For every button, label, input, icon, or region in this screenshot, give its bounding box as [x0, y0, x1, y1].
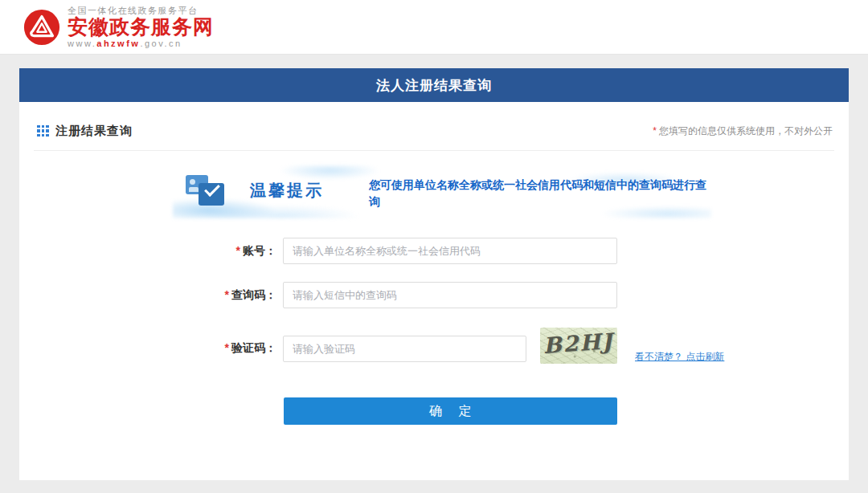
page-title: 法人注册结果查询	[376, 76, 492, 95]
query-code-label-text: 查询码：	[231, 288, 276, 301]
query-form: *账号： *查询码： *验证码： B2HJ 看不清楚？ 点击刷新 确 定	[19, 238, 849, 425]
captcha-refresh-link[interactable]: 看不清楚？ 点击刷新	[635, 350, 724, 364]
grid-dots-icon	[37, 125, 49, 137]
main-card: 法人注册结果查询 注册结果查询 *您填写的信息仅供系统使用，不对外公开 温馨提示…	[19, 68, 849, 480]
required-asterisk: *	[225, 288, 229, 301]
tip-heading: 温馨提示	[250, 180, 324, 202]
brand-logo-icon	[23, 8, 61, 47]
site-url-suffix: .gov.cn	[140, 39, 182, 48]
platform-label: 全国一体化在线政务服务平台	[68, 6, 214, 15]
submit-button[interactable]: 确 定	[284, 397, 617, 425]
required-asterisk: *	[653, 125, 657, 136]
account-label-text: 账号：	[243, 244, 276, 257]
account-label: *账号：	[19, 244, 283, 259]
section-title-group: 注册结果查询	[37, 124, 133, 139]
tip-banner: 温馨提示 您可使用单位名称全称或统一社会信用代码和短信中的查询码进行查询	[181, 170, 711, 217]
privacy-note: *您填写的信息仅供系统使用，不对外公开	[653, 124, 833, 138]
required-asterisk: *	[236, 244, 240, 257]
site-logo: 全国一体化在线政务服务平台 安徽政务服务网 www.ahzwfw.gov.cn	[23, 6, 214, 48]
page-banner: 法人注册结果查询	[19, 68, 849, 102]
site-url: www.ahzwfw.gov.cn	[68, 39, 214, 48]
site-name: 安徽政务服务网	[68, 17, 214, 37]
account-row: *账号：	[19, 238, 849, 264]
tip-message: 您可使用单位名称全称或统一社会信用代码和短信中的查询码进行查询	[369, 177, 706, 210]
privacy-note-text: 您填写的信息仅供系统使用，不对外公开	[659, 125, 833, 136]
captcha-text: B2HJ	[542, 328, 615, 358]
site-header: 全国一体化在线政务服务平台 安徽政务服务网 www.ahzwfw.gov.cn	[0, 0, 868, 55]
verification-badge-icon	[181, 170, 229, 210]
account-input[interactable]	[283, 238, 617, 264]
captcha-label: *验证码：	[19, 341, 283, 356]
site-url-highlight: ahzwfw	[96, 39, 140, 48]
site-url-prefix: www.	[68, 39, 96, 48]
captcha-label-text: 验证码：	[231, 341, 276, 354]
required-asterisk: *	[225, 341, 229, 354]
captcha-row: *验证码： B2HJ 看不清楚？ 点击刷新	[19, 333, 849, 364]
query-code-label: *查询码：	[19, 288, 283, 303]
query-code-input[interactable]	[283, 282, 617, 308]
query-code-row: *查询码：	[19, 282, 849, 308]
section-title: 注册结果查询	[55, 124, 133, 139]
captcha-image[interactable]: B2HJ	[540, 328, 617, 364]
section-header: 注册结果查询 *您填写的信息仅供系统使用，不对外公开	[37, 121, 833, 141]
site-title-block: 全国一体化在线政务服务平台 安徽政务服务网 www.ahzwfw.gov.cn	[68, 6, 214, 48]
captcha-input[interactable]	[283, 336, 526, 362]
section-divider	[34, 150, 834, 151]
